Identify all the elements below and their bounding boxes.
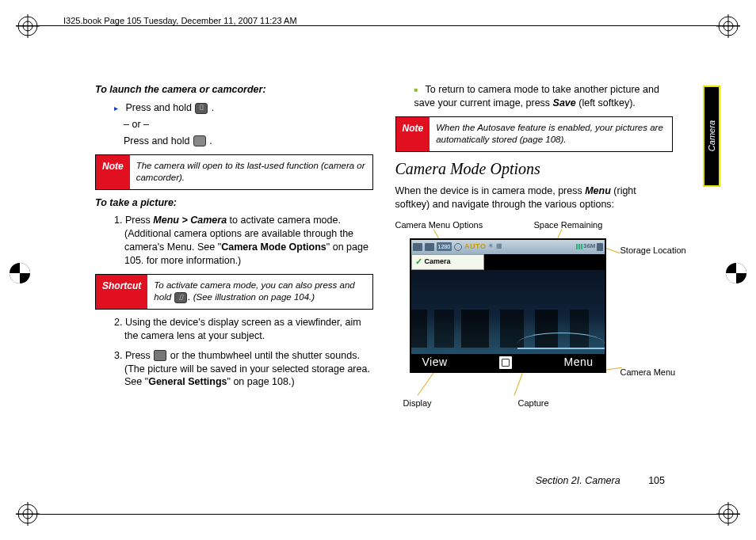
- launch-step-1: Press and hold .: [114, 101, 373, 115]
- left-column: To launch the camera or camcorder: Press…: [95, 83, 373, 465]
- return-step: To return to camera mode to take another…: [414, 83, 674, 110]
- note-label: Note: [96, 155, 130, 189]
- resolution-badge: 1280: [437, 242, 452, 251]
- storage-icon: [597, 243, 603, 251]
- step-1: 1. Press Menu > Camera to activate camer…: [114, 214, 373, 268]
- capture-icon: [498, 356, 513, 370]
- annotation-capture: Capture: [518, 397, 549, 409]
- section-tab: Camera: [703, 86, 720, 187]
- mode-selector: ✓ Camera: [411, 254, 484, 270]
- auto-label: AUTO: [464, 241, 486, 251]
- flash-icon: ▦: [496, 242, 502, 251]
- or-divider: – or –: [124, 118, 373, 131]
- picture-icon: [425, 243, 434, 251]
- step-2: 2. Using the device's display screen as …: [114, 316, 373, 343]
- camera-icon: [413, 243, 422, 251]
- camera-figure: Camera Menu Options Space Remaining Stor…: [395, 219, 649, 394]
- annotation-camera-menu: Camera Menu: [620, 367, 676, 378]
- mode-camera-label: Camera: [425, 257, 451, 266]
- side-key-icon: [193, 135, 206, 146]
- softkey-bar: View Menu: [411, 354, 605, 371]
- step-3: 3. Press or the thumbwheel until the shu…: [114, 349, 373, 390]
- check-icon: ✓: [415, 256, 422, 268]
- heading-take-picture: To take a picture:: [95, 196, 373, 210]
- ok-key-icon: [154, 350, 166, 361]
- leader-line: [417, 369, 436, 395]
- note-box-2: Note When the Autosave feature is enable…: [395, 116, 674, 152]
- timer-icon: [454, 243, 462, 251]
- section-intro: When the device is in camera mode, press…: [395, 184, 674, 211]
- section-tab-label: Camera: [707, 120, 716, 151]
- memory-indicator: 36M: [576, 242, 603, 251]
- launch-step-2: Press and hold .: [124, 135, 373, 148]
- section-heading: Camera Mode Options: [395, 158, 674, 180]
- right-column: To return to camera mode to take another…: [395, 83, 674, 465]
- note-body: The camera will open to its last-used fu…: [130, 155, 372, 189]
- wb-icon: ✳: [488, 242, 494, 251]
- camera-key-icon: [174, 292, 187, 303]
- softkey-left: View: [422, 355, 448, 370]
- annotation-menu-options: Camera Menu Options: [395, 219, 483, 231]
- header-rule: [16, 25, 740, 26]
- crop-mark-icon: [716, 14, 740, 38]
- camera-key-icon: [195, 103, 208, 114]
- crop-mark-icon: [16, 14, 40, 38]
- footer-section: Section 2I. Camera: [536, 475, 620, 486]
- softkey-right: Menu: [563, 355, 593, 370]
- annotation-space-remaining: Space Remaining: [534, 219, 603, 231]
- phone-screen: 1280 AUTO ✳ ▦ 36M ✓ Camera Camcor: [410, 238, 606, 373]
- heading-launch: To launch the camera or camcorder:: [95, 83, 373, 97]
- camera-status-bar: 1280 AUTO ✳ ▦ 36M: [411, 240, 605, 254]
- shortcut-body: To activate camera mode, you can also pr…: [147, 275, 372, 309]
- annotation-display: Display: [403, 397, 432, 409]
- footer-page-number: 105: [648, 475, 665, 486]
- page-footer: Section 2I. Camera 105: [536, 475, 665, 486]
- shortcut-label: Shortcut: [96, 275, 147, 309]
- crop-mark-icon: [8, 261, 32, 285]
- viewfinder-image: [411, 270, 605, 354]
- leader-line: [514, 373, 522, 396]
- print-header: I325.book Page 105 Tuesday, December 11,…: [63, 16, 297, 25]
- note-body: When the Autosave feature is enabled, yo…: [430, 117, 672, 151]
- note-box-1: Note The camera will open to its last-us…: [95, 154, 373, 190]
- annotation-storage-location: Storage Location: [620, 245, 686, 257]
- crop-mark-icon: [724, 261, 748, 285]
- footer-rule: [16, 514, 740, 515]
- shortcut-box: Shortcut To activate camera mode, you ca…: [95, 274, 373, 310]
- note-label: Note: [396, 117, 430, 151]
